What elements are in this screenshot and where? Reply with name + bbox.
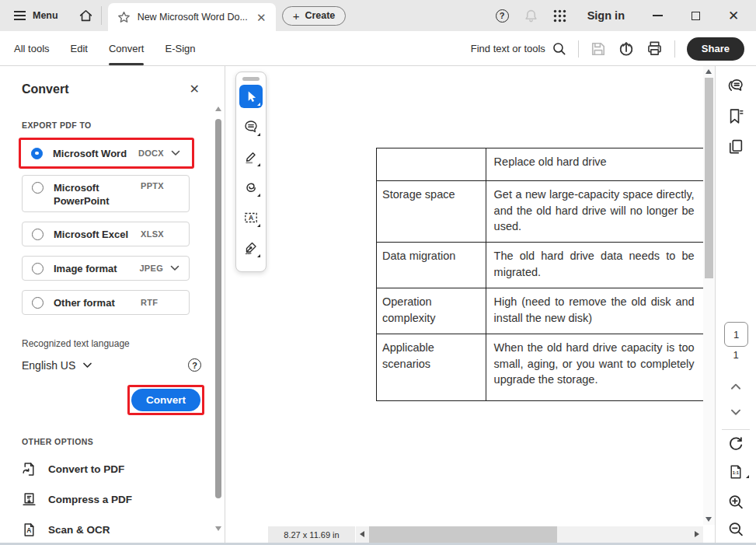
radio-icon[interactable]: [32, 229, 44, 240]
export-pdf-to-label: EXPORT PDF TO: [22, 121, 206, 130]
fill-sign-tool-icon: [244, 241, 258, 255]
bell-icon[interactable]: [524, 9, 538, 23]
sign-in-button[interactable]: Sign in: [587, 9, 625, 22]
convert-button[interactable]: Convert: [131, 389, 200, 411]
highlight-tool[interactable]: [239, 145, 263, 169]
language-help-icon[interactable]: ?: [188, 358, 201, 372]
maximize-button[interactable]: [684, 0, 707, 31]
current-page: 1: [733, 329, 739, 341]
comments-panel-button[interactable]: [728, 78, 744, 94]
app-grid-icon[interactable]: [553, 9, 566, 23]
toolbar-drag-handle[interactable]: [242, 77, 260, 81]
option-image-format[interactable]: Image format JPEG: [22, 256, 190, 281]
pdf-page-table: Replace old hard drive Storage space Get…: [376, 148, 715, 401]
minimize-button[interactable]: [646, 0, 669, 31]
chevron-down-icon[interactable]: [170, 265, 179, 271]
radio-selected-icon[interactable]: [31, 148, 43, 159]
draw-tool[interactable]: [239, 176, 263, 199]
zoom-out-button[interactable]: [728, 521, 744, 537]
horizontal-scrollbar[interactable]: [356, 526, 703, 543]
option-label: Other format: [54, 296, 141, 309]
plus-icon: +: [293, 10, 300, 22]
scrollbar-thumb[interactable]: [369, 526, 557, 543]
scan-ocr-item[interactable]: A Scan & OCR: [22, 522, 206, 537]
rotate-page-button[interactable]: [728, 436, 744, 452]
document-tab[interactable]: New Microsoft Word Do... ✕: [108, 3, 276, 31]
option-microsoft-excel[interactable]: Microsoft Excel XLSX: [22, 222, 190, 246]
table-cell-desc: High (need to remove the old disk and in…: [486, 288, 714, 334]
right-sidebar: 1 1 1:1: [715, 66, 756, 545]
print-button[interactable]: [646, 40, 663, 57]
convert-to-pdf-item[interactable]: Convert to PDF: [22, 462, 206, 477]
radio-icon[interactable]: [32, 297, 44, 309]
select-tool[interactable]: [239, 85, 263, 108]
vertical-scrollbar[interactable]: [703, 66, 715, 526]
upload-cloud-button[interactable]: [618, 40, 635, 58]
scroll-right-icon[interactable]: [695, 531, 699, 537]
panel-close-icon[interactable]: ✕: [190, 82, 200, 96]
page-fit-icon: 1:1: [728, 464, 744, 480]
annotation-rectangle: Microsoft Word DOCX: [19, 138, 194, 169]
radio-icon[interactable]: [32, 263, 44, 274]
menu-button[interactable]: Menu: [14, 10, 58, 21]
tab-edit[interactable]: Edit: [71, 31, 88, 65]
convert-panel: Convert ✕ EXPORT PDF TO Microsoft Word D…: [0, 66, 225, 545]
tab-esign[interactable]: E-Sign: [165, 31, 195, 65]
convert-button-label: Convert: [146, 394, 186, 406]
home-icon: [78, 9, 93, 23]
option-format: JPEG: [139, 264, 163, 273]
star-icon[interactable]: [117, 11, 131, 24]
help-icon[interactable]: ?: [496, 9, 509, 23]
share-button[interactable]: Share: [687, 37, 744, 61]
save-icon: [591, 41, 606, 57]
quick-tools-toolbar: A: [235, 72, 267, 272]
create-button[interactable]: + Create: [282, 6, 347, 26]
tab-all-tools[interactable]: All tools: [14, 31, 50, 65]
language-dropdown[interactable]: English US: [22, 359, 92, 372]
rotate-icon: [728, 436, 744, 452]
scroll-up-icon[interactable]: [215, 107, 221, 111]
panel-scrollbar[interactable]: [214, 107, 222, 542]
acrobat-window: Menu New Microsoft Word Do... ✕ + Create…: [0, 0, 756, 545]
panel-title: Convert: [22, 82, 68, 96]
home-button[interactable]: [78, 9, 93, 23]
scroll-down-icon[interactable]: [215, 526, 221, 531]
status-bar: 8.27 x 11.69 in: [225, 525, 715, 545]
bookmarks-panel-button[interactable]: [728, 108, 744, 124]
radio-icon[interactable]: [32, 182, 44, 194]
table-cell-desc: Get a new large-capacity space directly,…: [486, 181, 714, 243]
tab-close-icon[interactable]: ✕: [255, 12, 268, 23]
toolbar-divider: [578, 40, 579, 58]
find-text-or-tools[interactable]: Find text or tools: [471, 41, 566, 56]
scroll-down-icon[interactable]: [705, 517, 712, 522]
close-button[interactable]: ✕: [722, 0, 745, 31]
option-microsoft-word[interactable]: Microsoft Word DOCX: [22, 141, 190, 166]
page-fit-button[interactable]: 1:1: [728, 464, 744, 480]
fill-sign-tool[interactable]: [239, 236, 263, 260]
toolbar: All tools Edit Convert E-Sign Find text …: [0, 31, 756, 66]
scrollbar-thumb[interactable]: [705, 78, 713, 278]
maximize-icon: [692, 12, 700, 20]
page-number-input[interactable]: 1: [724, 322, 748, 347]
add-text-tool[interactable]: A: [239, 206, 263, 229]
page-thumbnails-icon: [728, 138, 744, 155]
save-button[interactable]: [591, 41, 606, 57]
previous-page-button[interactable]: [730, 383, 741, 390]
chevron-down-icon[interactable]: [171, 150, 180, 156]
titlebar-divider: [101, 6, 102, 25]
option-other-format[interactable]: Other format RTF: [22, 290, 190, 315]
page-thumbnails-button[interactable]: [728, 138, 744, 155]
option-microsoft-powerpoint[interactable]: Microsoft PowerPoint PPTX: [22, 175, 190, 212]
search-icon: [552, 41, 566, 56]
tab-convert[interactable]: Convert: [109, 31, 145, 65]
scroll-up-icon[interactable]: [705, 69, 712, 74]
comment-tool[interactable]: [239, 115, 263, 138]
compress-pdf-item[interactable]: Compress a PDF: [22, 492, 206, 507]
compress-pdf-icon: [22, 492, 37, 507]
chevron-down-icon: [82, 362, 92, 369]
scroll-left-icon[interactable]: [360, 531, 364, 537]
next-page-button[interactable]: [730, 409, 741, 416]
scrollbar-thumb[interactable]: [215, 119, 221, 498]
zoom-in-button[interactable]: [728, 494, 744, 510]
zoom-in-icon: [728, 494, 744, 510]
